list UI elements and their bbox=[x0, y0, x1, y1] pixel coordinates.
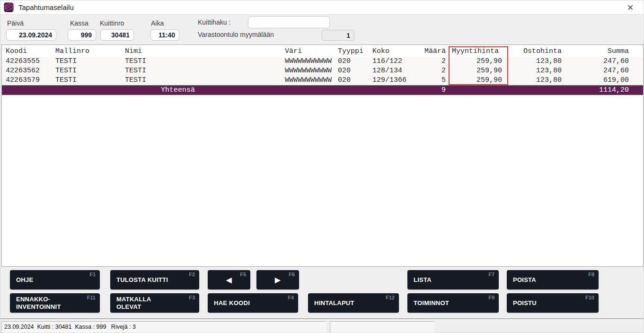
cell-maara: 2 bbox=[408, 67, 446, 75]
window-title: Tapahtumaselailu bbox=[18, 3, 74, 11]
delete-button[interactable]: POISTA F8 bbox=[507, 270, 599, 289]
cell-myyntihinta: 259,90 bbox=[452, 57, 502, 65]
app-logo-icon bbox=[4, 2, 14, 12]
app-window: Tapahtumaselailu ✕ Päivä Kassa Kuittinro… bbox=[0, 0, 644, 333]
cell-myyntihinta: 259,90 bbox=[452, 67, 502, 75]
search-code-button[interactable]: HAE KOODI F4 bbox=[208, 293, 298, 313]
col-header-maara: Määrä bbox=[408, 47, 446, 55]
statusbar-info-panel: 23.09.2024 Kuitti : 30481 Kassa : 999 Ri… bbox=[1, 321, 326, 333]
list-button[interactable]: LISTA F7 bbox=[407, 270, 499, 289]
total-quantity: 9 bbox=[408, 86, 446, 94]
print-receipt-button[interactable]: TULOSTA KUITTI F2 bbox=[110, 270, 199, 289]
statusbar-text: 23.09.2024 Kuitti : 30481 Kassa : 999 Ri… bbox=[4, 324, 136, 330]
fn-key-label: F2 bbox=[189, 272, 195, 277]
receipt-number-label: Kuittinro bbox=[100, 19, 124, 27]
statusbar-divider bbox=[0, 318, 644, 320]
titlebar: Tapahtumaselailu ✕ bbox=[0, 0, 644, 15]
statusbar-secondary-panel bbox=[330, 321, 434, 333]
exit-button[interactable]: POISTU F10 bbox=[507, 293, 599, 313]
cell-summa: 619,00 bbox=[582, 76, 629, 84]
cell-maara: 5 bbox=[408, 76, 446, 84]
col-header-koodi: Koodi bbox=[6, 47, 53, 55]
fn-key-label: F12 bbox=[386, 295, 395, 300]
cell-tyyppi: 020 bbox=[338, 67, 371, 75]
cell-koodi: 42263562 bbox=[6, 67, 53, 75]
warehouse-entry-label: Varastoontulo myymälään bbox=[198, 31, 274, 38]
date-label: Päivä bbox=[7, 19, 24, 27]
fn-key-label: F11 bbox=[87, 295, 96, 300]
transaction-table: Koodi Mallinro Nimi Väri Tyyppi Koko Mää… bbox=[1, 44, 644, 267]
warehouse-entry-field[interactable] bbox=[322, 30, 354, 41]
fn-key-label: F1 bbox=[89, 272, 96, 277]
fn-key-label: F7 bbox=[488, 272, 494, 277]
cell-koodi: 42263579 bbox=[6, 76, 53, 84]
receipt-search-input[interactable] bbox=[248, 16, 330, 28]
cell-ostohinta: 123,80 bbox=[514, 57, 562, 65]
help-button[interactable]: OHJE F1 bbox=[10, 270, 100, 289]
next-button[interactable]: ▶ F6 bbox=[256, 270, 299, 289]
col-header-summa: Summa bbox=[582, 47, 629, 55]
col-header-mallinro: Mallinro bbox=[55, 47, 122, 55]
total-label: Yhteensä bbox=[161, 86, 256, 94]
time-label: Aika bbox=[151, 19, 164, 27]
table-row[interactable]: 42263579 TESTI TESTI WWWWWWWWWWW 020 129… bbox=[2, 76, 643, 85]
fn-key-label: F10 bbox=[585, 295, 594, 300]
register-label: Kassa bbox=[70, 19, 88, 27]
cell-ostohinta: 123,80 bbox=[514, 76, 562, 84]
table-header-row: Koodi Mallinro Nimi Väri Tyyppi Koko Mää… bbox=[2, 47, 643, 56]
register-field[interactable] bbox=[68, 29, 96, 41]
total-row[interactable]: Yhteensä 9 1114,20 bbox=[2, 85, 643, 95]
col-header-myyntihinta: Myyntihinta bbox=[452, 47, 502, 55]
fn-key-label: F6 bbox=[289, 272, 295, 277]
col-header-vari: Väri bbox=[285, 47, 337, 55]
fn-key-label: F8 bbox=[588, 272, 594, 277]
fn-key-label: F9 bbox=[488, 295, 494, 300]
cell-ostohinta: 123,80 bbox=[514, 67, 562, 75]
cell-vari: WWWWWWWWWWW bbox=[285, 67, 337, 75]
table-row[interactable]: 42263555 TESTI TESTI WWWWWWWWWWW 020 116… bbox=[2, 57, 643, 66]
cell-summa: 247,60 bbox=[582, 67, 629, 75]
col-header-nimi: Nimi bbox=[125, 47, 281, 55]
cell-nimi: TESTI bbox=[125, 67, 281, 75]
table-row[interactable]: 42263562 TESTI TESTI WWWWWWWWWWW 020 128… bbox=[2, 66, 643, 76]
cell-tyyppi: 020 bbox=[338, 57, 371, 65]
right-arrow-icon: ▶ bbox=[275, 276, 281, 284]
cell-vari: WWWWWWWWWWW bbox=[285, 57, 337, 65]
fn-key-label: F4 bbox=[288, 295, 294, 300]
cell-mallinro: TESTI bbox=[55, 57, 122, 65]
receipt-search-label: Kuittihaku : bbox=[198, 18, 230, 26]
date-field[interactable] bbox=[6, 29, 56, 41]
cell-summa: 247,60 bbox=[582, 57, 629, 65]
price-tags-button[interactable]: HINTALAPUT F12 bbox=[308, 293, 399, 313]
cell-koodi: 42263555 bbox=[6, 57, 53, 65]
time-field[interactable] bbox=[150, 29, 179, 41]
fn-key-label: F5 bbox=[240, 272, 246, 277]
cell-maara: 2 bbox=[408, 57, 446, 65]
cell-mallinro: TESTI bbox=[55, 76, 122, 84]
receipt-number-field[interactable] bbox=[100, 29, 134, 41]
cell-mallinro: TESTI bbox=[55, 67, 122, 75]
fn-key-label: F3 bbox=[189, 295, 195, 300]
cell-tyyppi: 020 bbox=[338, 76, 371, 84]
cell-nimi: TESTI bbox=[125, 57, 281, 65]
left-arrow-icon: ◀ bbox=[226, 276, 232, 284]
pre-inventory-button[interactable]: ENNAKKO- INVENTOINNIT F11 bbox=[10, 293, 100, 313]
col-header-tyyppi: Tyyppi bbox=[338, 47, 371, 55]
cell-myyntihinta: 259,90 bbox=[452, 76, 502, 84]
cell-nimi: TESTI bbox=[125, 76, 281, 84]
in-transit-button[interactable]: MATKALLA OLEVAT F3 bbox=[110, 293, 199, 313]
cell-vari: WWWWWWWWWWW bbox=[285, 76, 337, 84]
previous-button[interactable]: ◀ F5 bbox=[208, 270, 250, 289]
total-sum: 1114,20 bbox=[582, 86, 629, 94]
col-header-ostohinta: Ostohinta bbox=[514, 47, 562, 55]
actions-button[interactable]: TOIMINNOT F9 bbox=[407, 293, 499, 313]
close-icon[interactable]: ✕ bbox=[622, 0, 639, 15]
